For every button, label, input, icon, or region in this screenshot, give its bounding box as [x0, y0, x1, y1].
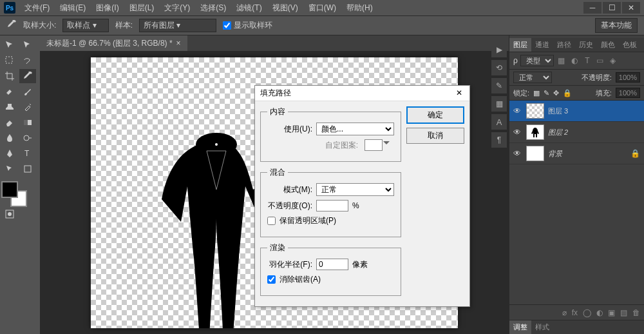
bottom-panel-tab[interactable]: 调整 — [509, 320, 531, 334]
layer-mask-icon[interactable]: ◯ — [583, 308, 591, 317]
antialias-check[interactable] — [267, 275, 276, 284]
layer-item[interactable]: 👁背景🔒 — [509, 143, 644, 164]
fill-path-dialog: 填充路径 ✕ 内容 使用(U): 颜色... 自定图案: 混合 模式(M): — [254, 85, 470, 307]
path-select-tool[interactable] — [1, 162, 18, 176]
panel-tab[interactable]: 路径 — [553, 38, 575, 52]
sample-select[interactable]: 所有图层 ▾ — [139, 19, 216, 32]
dialog-close-icon[interactable]: ✕ — [454, 88, 464, 99]
marquee-tool[interactable] — [1, 54, 18, 68]
preserve-trans-check[interactable] — [267, 217, 276, 225]
sample-size-label: 取样大小: — [23, 20, 56, 31]
ok-button[interactable]: 确定 — [406, 106, 464, 124]
opacity-label: 不透明度: — [582, 73, 612, 83]
history-brush-tool[interactable] — [19, 100, 36, 114]
filter-type-select[interactable]: 类型 — [520, 55, 554, 66]
delete-layer-icon[interactable]: 🗑 — [632, 308, 640, 317]
layer-thumbnail[interactable] — [526, 146, 544, 161]
eraser-tool[interactable] — [1, 115, 18, 130]
filter-adjust-icon[interactable]: ◐ — [569, 55, 580, 66]
menu-item[interactable]: 文字(Y) — [160, 1, 194, 15]
char-dock-icon[interactable]: A — [491, 114, 507, 130]
layer-fx-icon[interactable]: fx — [572, 308, 578, 317]
panel-tab[interactable]: 图层 — [509, 38, 531, 52]
sample-size-select[interactable]: 取样点 ▾ — [62, 19, 108, 32]
show-sampling-ring-check[interactable]: 显示取样环 — [223, 20, 272, 31]
para-dock-icon[interactable]: ¶ — [491, 132, 507, 148]
blend-mode-select[interactable]: 正常 — [513, 72, 552, 83]
menu-item[interactable]: 图像(I) — [92, 1, 122, 15]
brush-tool[interactable] — [19, 84, 36, 99]
lock-all-icon[interactable]: 🔒 — [563, 89, 572, 97]
healing-tool[interactable] — [1, 84, 18, 99]
menu-item[interactable]: 滤镜(T) — [232, 1, 265, 15]
layer-thumbnail[interactable] — [526, 124, 544, 140]
panel-tab[interactable]: 色板 — [619, 38, 641, 52]
feather-input[interactable] — [316, 259, 348, 270]
visibility-eye-icon[interactable]: 👁 — [513, 149, 522, 158]
filter-shape-icon[interactable]: ▭ — [595, 55, 605, 66]
bottom-panel-tab[interactable]: 样式 — [531, 320, 553, 334]
document-tab[interactable]: 未标题-1 @ 66.7% (图层 3, RGB/8) * × — [40, 35, 187, 51]
brush-dock-icon[interactable]: ✎ — [491, 78, 507, 93]
cancel-button[interactable]: 取消 — [406, 128, 464, 144]
pen-tool[interactable] — [1, 146, 18, 161]
pattern-swatch[interactable] — [365, 139, 383, 151]
new-group-icon[interactable]: ▣ — [608, 308, 615, 317]
color-swatches[interactable] — [1, 181, 27, 207]
history-dock-icon[interactable]: ⟲ — [491, 60, 507, 75]
visibility-eye-icon[interactable]: 👁 — [513, 128, 522, 137]
move-tool[interactable] — [1, 38, 18, 52]
maximize-button[interactable]: ☐ — [603, 2, 621, 14]
mode-select[interactable]: 正常 — [316, 183, 394, 196]
lock-pos-icon[interactable]: ✥ — [553, 89, 559, 97]
use-select[interactable]: 颜色... — [316, 123, 394, 135]
new-layer-icon[interactable]: ▤ — [620, 308, 627, 317]
menu-item[interactable]: 选择(S) — [196, 1, 230, 15]
menu-item[interactable]: 编辑(E) — [56, 1, 90, 15]
filter-type-icon[interactable]: ρ — [513, 56, 518, 65]
filter-smart-icon[interactable]: ◈ — [608, 55, 618, 66]
ps-logo: Ps — [4, 2, 15, 14]
show-ring-checkbox[interactable] — [223, 21, 231, 30]
blur-tool[interactable] — [1, 131, 18, 145]
fill-value[interactable]: 100% — [616, 88, 640, 98]
layer-name-label: 背景 — [548, 149, 562, 159]
shape-tool[interactable] — [19, 162, 36, 176]
close-tab-icon[interactable]: × — [176, 39, 181, 48]
type-tool[interactable]: T — [19, 146, 36, 161]
link-layers-icon[interactable]: ⌀ — [562, 308, 567, 317]
layer-item[interactable]: 👁图层 3 — [509, 101, 644, 122]
menu-item[interactable]: 窗口(W) — [305, 1, 340, 15]
opacity-value[interactable]: 100% — [616, 72, 640, 83]
fg-color[interactable] — [1, 181, 18, 198]
lock-paint-icon[interactable]: ✎ — [544, 89, 549, 97]
filter-type-icon2[interactable]: T — [582, 55, 592, 66]
layer-thumbnail[interactable] — [526, 103, 544, 119]
layer-item[interactable]: 👁图层 2 — [509, 122, 644, 143]
filter-pixel-icon[interactable]: ▦ — [556, 55, 567, 66]
artboard-tool[interactable] — [19, 38, 36, 52]
menu-item[interactable]: 文件(F) — [21, 1, 53, 15]
panel-tab[interactable]: 通道 — [531, 38, 553, 52]
menu-item[interactable]: 图层(L) — [126, 1, 158, 15]
new-adjust-icon[interactable]: ◐ — [596, 308, 603, 317]
dodge-tool[interactable] — [19, 131, 36, 145]
workspace-switcher[interactable]: 基本功能 — [595, 18, 638, 33]
panel-tab[interactable]: 颜色 — [597, 38, 619, 52]
quickmask-tool[interactable] — [1, 207, 18, 221]
stamp-tool[interactable] — [1, 100, 18, 114]
menu-item[interactable]: 帮助(H) — [343, 1, 377, 15]
close-button[interactable]: ✕ — [622, 2, 640, 14]
eyedropper-tool[interactable] — [19, 69, 36, 83]
collapse-panel-icon[interactable]: ▶ — [491, 42, 507, 57]
panel-tab[interactable]: 历史 — [575, 38, 597, 52]
minimize-button[interactable]: ─ — [583, 2, 601, 14]
visibility-eye-icon[interactable]: 👁 — [513, 106, 522, 115]
lasso-tool[interactable] — [19, 54, 36, 68]
lock-trans-icon[interactable]: ▩ — [533, 89, 540, 97]
swatches-dock-icon[interactable]: ▦ — [491, 96, 507, 112]
gradient-tool[interactable] — [19, 115, 36, 130]
menu-item[interactable]: 视图(V) — [269, 1, 302, 15]
opacity-input[interactable] — [316, 200, 348, 211]
crop-tool[interactable] — [1, 69, 18, 83]
